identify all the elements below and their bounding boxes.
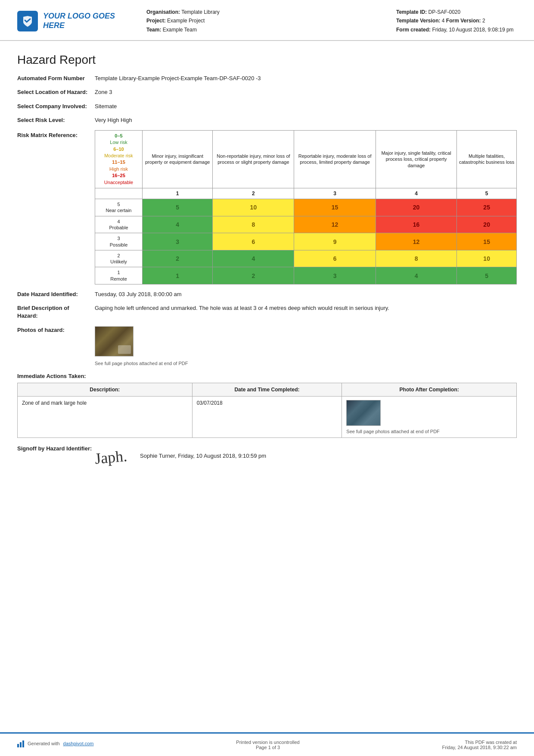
brief-description-value: Gaping hole left unfenced and unmarked. … [95,304,517,320]
cell-4-3: 12 [294,216,376,233]
cell-2-3: 6 [294,250,376,267]
logo-area: YOUR LOGO GOES HERE [17,11,129,31]
table-row: 4Probable 4 8 12 16 20 [95,216,517,233]
select-location-row: Select Location of Hazard: Zone 3 [17,88,517,96]
dashpivot-icon [17,740,24,747]
org-label: Organisation: [146,9,180,15]
cell-3-3: 9 [294,233,376,250]
col-num-1: 1 [143,188,213,199]
select-risk-label: Select Risk Level: [17,116,95,124]
photos-label: Photos of hazard: [17,326,95,367]
action-photo-thumbnail [346,400,381,426]
risk-matrix-container: 0–5 Low risk 6–10 Moderate risk 11–15 Hi… [95,130,517,284]
automated-form-row: Automated Form Number Template Library-E… [17,75,517,82]
template-id-value: DP-SAF-0020 [428,9,460,15]
generated-text: Generated with [28,741,60,746]
cell-1-5: 5 [457,267,517,284]
signature: Japh. [94,447,127,468]
signoff-content: Japh. Sophie Turner, Friday, 10 August 2… [95,445,517,466]
report-title: Hazard Report [17,53,517,67]
action-description: Zone of and mark large hole [18,397,192,438]
table-row: 3Possible 3 6 9 12 15 [95,233,517,250]
main-content: Hazard Report Automated Form Number Temp… [0,41,534,732]
project-value: Example Project [167,18,205,24]
row-header-4: 4Probable [95,216,143,233]
cell-1-3: 3 [294,267,376,284]
automated-form-value: Template Library-Example Project-Example… [95,75,517,82]
select-location-label: Select Location of Hazard: [17,88,95,96]
logo-text: YOUR LOGO GOES HERE [43,12,129,30]
risk-matrix-row: Risk Matrix Reference: 0–5 Low risk 6–10… [17,130,517,284]
cell-3-2: 6 [213,233,294,250]
date-hazard-value: Tuesday, 03 July 2018, 8:00:00 am [95,291,517,298]
template-id-label: Template ID: [396,9,427,15]
cell-2-1: 2 [143,250,213,267]
header: YOUR LOGO GOES HERE Organisation: Templa… [0,0,534,41]
brief-description-label: Brief Description of Hazard: [17,304,95,320]
template-version-value: 4 [442,18,445,24]
cell-2-2: 4 [213,250,294,267]
header-right: Template ID: DP-SAF-0020 Template Versio… [396,8,517,34]
project-label: Project: [146,18,166,24]
cell-4-4: 16 [376,216,456,233]
col-header-5: Multiple fatalities, catastrophic busine… [457,130,517,188]
form-version-label: Form Version: [446,18,481,24]
row-header-1: 1Remote [95,267,143,284]
form-created-label: Form created: [396,27,431,33]
risk-matrix-label: Risk Matrix Reference: [17,130,95,284]
uncontrolled-text: Printed version is uncontrolled [236,740,299,745]
cell-4-1: 4 [143,216,213,233]
col-header-1: Minor injury, insignificant property or … [143,130,213,188]
pdf-created-label: This PDF was created at [442,740,517,745]
select-company-row: Select Company Involved: Sitemate [17,103,517,110]
cell-3-1: 3 [143,233,213,250]
col-header-3: Reportable injury, moderate loss of proc… [294,130,376,188]
cell-5-5: 25 [457,199,517,216]
team-label: Team: [146,27,161,33]
select-company-label: Select Company Involved: [17,103,95,110]
footer-left: Generated with dashpivot.com [17,740,94,747]
row-header-5: 5Near certain [95,199,143,216]
table-row: 1Remote 1 2 3 4 5 [95,267,517,284]
date-hazard-label: Date Hazard Identified: [17,291,95,298]
actions-table-row: Zone of and mark large hole 03/07/2018 S… [18,397,517,438]
actions-table: Description: Date and Time Completed: Ph… [17,383,517,438]
immediate-actions-title: Immediate Actions Taken: [17,373,517,379]
cell-1-1: 1 [143,267,213,284]
cell-2-5: 10 [457,250,517,267]
team-value: Example Team [163,27,197,33]
signoff-value: Sophie Turner, Friday, 10 August 2018, 9… [140,453,266,459]
cell-1-2: 2 [213,267,294,284]
hazard-photo-thumbnail [95,326,134,356]
brief-description-row: Brief Description of Hazard: Gaping hole… [17,304,517,320]
cell-3-5: 15 [457,233,517,250]
cell-5-2: 10 [213,199,294,216]
table-row: 5Near certain 5 10 15 20 25 [95,199,517,216]
page-info: Page 1 of 3 [236,745,299,750]
actions-col-photo: Photo After Completion: [342,383,517,397]
cell-4-5: 20 [457,216,517,233]
cell-5-1: 5 [143,199,213,216]
form-created-value: Friday, 10 August 2018, 9:08:19 pm [432,27,513,33]
actions-col-description: Description: [18,383,192,397]
date-hazard-row: Date Hazard Identified: Tuesday, 03 July… [17,291,517,298]
photos-row: Photos of hazard: See full page photos a… [17,326,517,367]
actions-col-date: Date and Time Completed: [192,383,342,397]
cell-5-4: 20 [376,199,456,216]
signoff-row: Signoff by Hazard Identifier: Japh. Soph… [17,445,517,466]
dashpivot-link[interactable]: dashpivot.com [63,741,94,746]
row-header-3: 3Possible [95,233,143,250]
org-value: Template Library [181,9,220,15]
col-num-2: 2 [213,188,294,199]
cell-4-2: 8 [213,216,294,233]
table-row: 2Unlikely 2 4 6 8 10 [95,250,517,267]
col-num-4: 4 [376,188,456,199]
col-num-3: 3 [294,188,376,199]
action-photo-caption: See full page photos attached at end of … [346,429,512,434]
footer: Generated with dashpivot.com Printed ver… [0,732,534,756]
logo-icon [17,11,38,31]
header-meta: Organisation: Template Library Project: … [129,8,396,34]
col-header-4: Major injury, single fatality, critical … [376,130,456,188]
col-num-5: 5 [457,188,517,199]
pdf-created-date: Friday, 24 August 2018, 9:30:22 am [442,745,517,750]
